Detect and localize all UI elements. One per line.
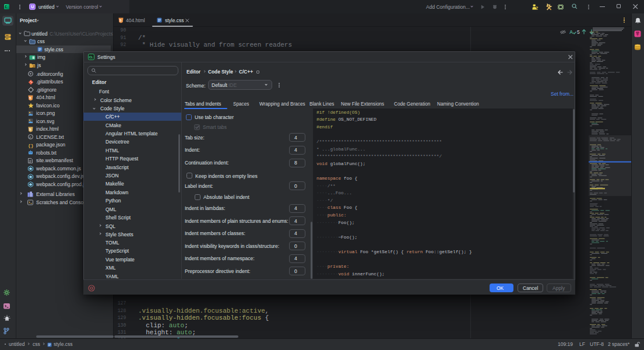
- svg-text:5: 5: [119, 18, 121, 22]
- svg-text:JS: JS: [32, 64, 36, 68]
- svg-text:{}: {}: [28, 142, 34, 148]
- svg-text:5: 5: [29, 96, 31, 99]
- svg-text:5: 5: [29, 127, 31, 131]
- svg-text:CL: CL: [89, 55, 93, 60]
- svg-text:c: c: [29, 135, 31, 139]
